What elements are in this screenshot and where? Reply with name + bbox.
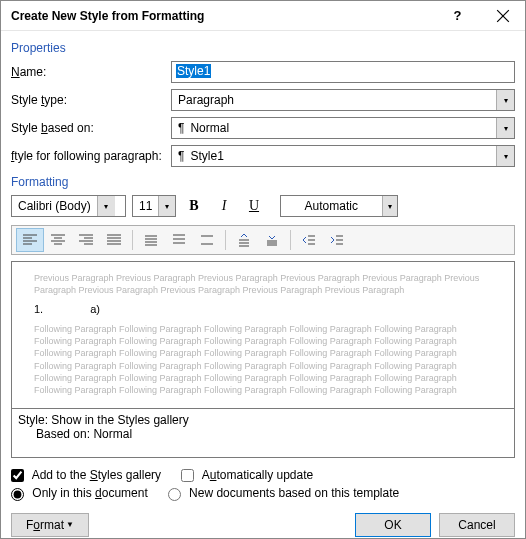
style-description-box: Style: Show in the Styles gallery Based … [11, 408, 515, 458]
cancel-button[interactable]: Cancel [439, 513, 515, 537]
format-button[interactable]: Format ▼ [11, 513, 89, 537]
chevron-down-icon: ▾ [158, 196, 175, 216]
toolbar-separator [290, 230, 291, 250]
add-gallery-checkbox[interactable]: Add to the Styles gallery [11, 468, 161, 482]
dialog-content: Properties Name: Style1 Style type: Para… [1, 31, 525, 539]
preview-current-line: 1. a) [34, 302, 492, 317]
chevron-down-icon: ▾ [496, 146, 514, 166]
spacing-double-button[interactable] [193, 228, 221, 252]
chevron-down-icon: ▾ [496, 90, 514, 110]
chevron-down-icon: ▾ [382, 196, 397, 216]
style-type-label: Style type: [11, 93, 171, 107]
size-value: 11 [139, 199, 152, 213]
align-center-icon [50, 233, 66, 247]
indent-increase-button[interactable] [323, 228, 351, 252]
font-dropdown[interactable]: Calibri (Body) ▾ [11, 195, 126, 217]
space-before-inc-icon [236, 233, 252, 247]
align-right-icon [78, 233, 94, 247]
titlebar: Create New Style from Formatting ? [1, 1, 525, 31]
formatting-header: Formatting [11, 175, 515, 189]
style-type-dropdown[interactable]: Paragraph ▾ [171, 89, 515, 111]
spacing-15-button[interactable] [165, 228, 193, 252]
preview-following-text: Following Paragraph Following Paragraph … [34, 323, 492, 396]
ok-button[interactable]: OK [355, 513, 431, 537]
space-before-dec-icon [264, 233, 280, 247]
toolbar-separator [132, 230, 133, 250]
chevron-down-icon: ▾ [496, 118, 514, 138]
italic-button[interactable]: I [212, 195, 236, 217]
align-right-button[interactable] [72, 228, 100, 252]
following-dropdown[interactable]: ¶Style1 ▾ [171, 145, 515, 167]
help-button[interactable]: ? [435, 1, 480, 31]
chevron-down-icon: ▾ [97, 196, 115, 216]
dialog-title: Create New Style from Formatting [11, 9, 435, 23]
chevron-down-icon: ▼ [66, 520, 74, 529]
spacing-15-icon [171, 233, 187, 247]
dialog-window: Create New Style from Formatting ? Prope… [0, 0, 526, 539]
only-doc-radio[interactable]: Only in this document [11, 486, 148, 500]
pilcrow-icon: ¶ [178, 149, 184, 163]
space-before-dec-button[interactable] [258, 228, 286, 252]
based-on-label: Style based on: [11, 121, 171, 135]
properties-header: Properties [11, 41, 515, 55]
new-docs-radio[interactable]: New documents based on this template [168, 486, 399, 500]
indent-decrease-icon [301, 233, 317, 247]
font-value: Calibri (Body) [18, 199, 91, 213]
name-input[interactable]: Style1 [171, 61, 515, 83]
preview-box: Previous Paragraph Previous Paragraph Pr… [11, 261, 515, 409]
close-icon [495, 9, 511, 23]
preview-previous-text: Previous Paragraph Previous Paragraph Pr… [34, 272, 492, 296]
toolbar-separator [225, 230, 226, 250]
align-left-icon [22, 233, 38, 247]
bold-button[interactable]: B [182, 195, 206, 217]
style-type-value: Paragraph [178, 93, 234, 107]
underline-button[interactable]: U [242, 195, 266, 217]
align-left-button[interactable] [16, 228, 44, 252]
font-color-value: Automatic [305, 199, 358, 213]
options-group: Add to the Styles gallery Automatically … [11, 468, 515, 505]
spacing-single-icon [143, 233, 159, 247]
align-center-button[interactable] [44, 228, 72, 252]
desc-line2: Based on: Normal [18, 427, 508, 441]
paragraph-toolbar [11, 225, 515, 255]
name-label: Name: [11, 65, 171, 79]
font-color-dropdown[interactable]: Automatic ▾ [280, 195, 398, 217]
space-before-inc-button[interactable] [230, 228, 258, 252]
close-button[interactable] [480, 1, 525, 31]
spacing-double-icon [199, 233, 215, 247]
based-on-value: Normal [190, 121, 229, 135]
size-dropdown[interactable]: 11 ▾ [132, 195, 176, 217]
desc-line1: Style: Show in the Styles gallery [18, 413, 508, 427]
align-justify-button[interactable] [100, 228, 128, 252]
based-on-dropdown[interactable]: ¶Normal ▾ [171, 117, 515, 139]
dialog-button-bar: Format ▼ OK Cancel [11, 513, 515, 537]
following-label: ftyle for following paragraph: [11, 149, 171, 163]
auto-update-checkbox[interactable]: Automatically update [181, 468, 313, 482]
indent-decrease-button[interactable] [295, 228, 323, 252]
indent-increase-icon [329, 233, 345, 247]
align-justify-icon [106, 233, 122, 247]
following-value: Style1 [190, 149, 223, 163]
pilcrow-icon: ¶ [178, 121, 184, 135]
spacing-single-button[interactable] [137, 228, 165, 252]
